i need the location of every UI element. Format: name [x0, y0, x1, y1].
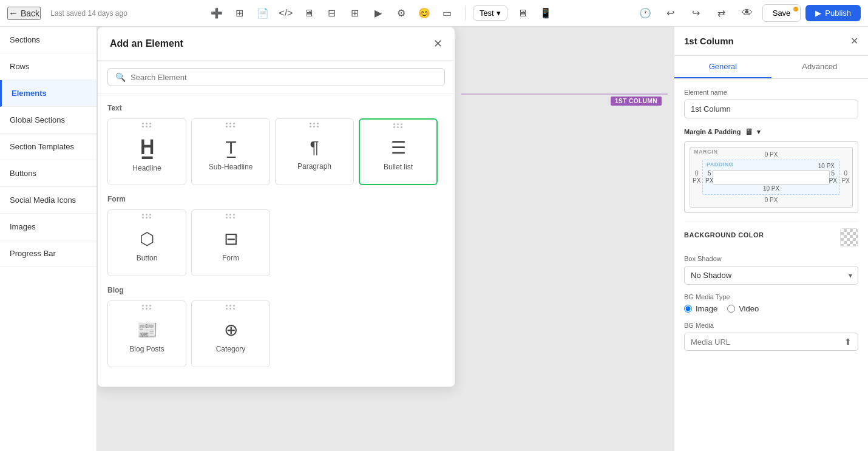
bg-color-label: BACKGROUND COLOR — [684, 231, 764, 239]
bullet-list-card[interactable]: ☰ Bullet list — [359, 118, 438, 185]
button-drag-dots — [142, 214, 152, 219]
radio-image[interactable]: Image — [684, 304, 717, 313]
category-icon: ⊕ — [224, 320, 238, 340]
text-elements-grid: H̲ Headline T̲ Sub-Headline — [107, 118, 445, 185]
panel-content: Text H̲ Headline — [98, 94, 455, 387]
redo-icon-btn[interactable]: ↪ — [686, 3, 707, 24]
sub-headline-label: Sub-Headline — [209, 163, 253, 171]
form-label: Form — [222, 254, 239, 262]
layers-icon-btn[interactable]: ⊞ — [229, 3, 250, 24]
topbar-right: 🕐 ↩ ↪ ⇄ 👁 Save ▶ Publish — [635, 3, 861, 24]
panel-search: 🔍 — [98, 61, 455, 94]
right-panel-header: 1st Column ✕ — [674, 27, 868, 56]
bg-media-label: BG Media — [684, 322, 858, 329]
mobile-view-button[interactable]: 📱 — [535, 3, 556, 24]
bg-color-swatch[interactable] — [840, 228, 858, 246]
box-shadow-label: Box Shadow — [684, 255, 858, 262]
save-button[interactable]: Save — [762, 4, 801, 22]
publish-button[interactable]: ▶ Publish — [805, 5, 861, 21]
category-card[interactable]: ⊕ Category — [191, 300, 270, 367]
right-panel-close-button[interactable]: ✕ — [850, 35, 858, 47]
topbar-tools-left: ➕ ⊞ 📄 </> 🖥 ⊟ ⊞ ▶ ⚙ 😊 ▭ — [206, 3, 458, 24]
headline-drag-dots — [142, 123, 152, 127]
radio-image-label: Image — [696, 304, 717, 313]
history-icon-btn[interactable]: 🕐 — [635, 3, 656, 24]
sidebar-label-global-sections: Global Sections — [10, 115, 65, 124]
sidebar-item-global-sections[interactable]: Global Sections — [0, 107, 97, 134]
bg-media-type-radio-group: Image Video — [684, 304, 858, 313]
integrations-icon-btn[interactable]: ⚙ — [391, 3, 412, 24]
media-url-upload-icon[interactable]: ⬆ — [844, 337, 852, 347]
padding-box: PADDING 10 PX 10 PX 5PX 5PX — [702, 160, 840, 195]
sidebar-item-progress-bar[interactable]: Progress Bar — [0, 240, 97, 267]
margin-left-value: 0PX — [693, 170, 700, 185]
element-name-input[interactable] — [684, 100, 858, 118]
search-wrapper: 🔍 — [107, 68, 445, 86]
right-panel-title: 1st Column — [684, 36, 734, 46]
back-label: Back — [21, 8, 39, 18]
panel-tabs: General Advanced — [674, 56, 868, 79]
blog-posts-card[interactable]: 📰 Blog Posts — [107, 300, 186, 367]
main-area: Sections Rows Elements Global Sections S… — [0, 27, 868, 451]
layout-icon-btn[interactable]: ▭ — [437, 3, 458, 24]
right-panel-content: Element name Margin & Padding 🖥 ▾ MARGIN… — [674, 79, 868, 451]
canvas-content: 1ST COLUMN — [455, 93, 674, 451]
column-label-text: 1ST COLUMN — [611, 97, 662, 106]
media-url-input[interactable] — [691, 337, 841, 347]
margin-padding-section: Margin & Padding 🖥 ▾ MARGIN 0 PX 0 PX 0P… — [684, 127, 858, 213]
topbar-left: ← Back Last saved 14 days ago — [7, 7, 127, 20]
media-url-wrapper: ⬆ — [684, 333, 858, 351]
button-card[interactable]: ⬡ Button — [107, 209, 186, 276]
search-input[interactable] — [131, 73, 437, 82]
undo-icon-btn[interactable]: ↩ — [660, 3, 681, 24]
paragraph-drag-dots — [310, 123, 319, 127]
test-dropdown[interactable]: Test ▾ — [473, 5, 507, 21]
sidebar-label-progress-bar: Progress Bar — [10, 249, 56, 258]
sidebar-item-section-templates[interactable]: Section Templates — [0, 134, 97, 160]
tab-advanced[interactable]: Advanced — [771, 56, 869, 78]
back-arrow-icon: ← — [8, 8, 18, 19]
blog-posts-icon: 📰 — [137, 320, 158, 340]
form-card[interactable]: ⊟ Form — [191, 209, 270, 276]
emoji-icon-btn[interactable]: 😊 — [414, 3, 435, 24]
sidebar-item-images[interactable]: Images — [0, 214, 97, 240]
headline-card[interactable]: H̲ Headline — [107, 118, 186, 185]
pages-icon-btn[interactable]: 📄 — [253, 3, 273, 24]
radio-video[interactable]: Video — [727, 304, 759, 313]
code-icon-btn[interactable]: </> — [276, 3, 296, 24]
radio-video-input[interactable] — [727, 305, 735, 313]
media-icon-btn[interactable]: ▶ — [368, 3, 388, 24]
box-shadow-select[interactable]: No Shadow — [684, 266, 858, 285]
desktop-view-button[interactable]: 🖥 — [512, 3, 533, 24]
sidebar-label-sections: Sections — [10, 35, 40, 44]
sidebar-item-social-media[interactable]: Social Media Icons — [0, 187, 97, 214]
tab-general[interactable]: General — [674, 56, 771, 78]
sidebar-item-sections[interactable]: Sections — [0, 27, 97, 53]
mp-chevron-icon: ▾ — [757, 128, 761, 136]
settings-icon-btn[interactable]: ⇄ — [711, 3, 732, 24]
paragraph-card[interactable]: ¶ Paragraph — [275, 118, 354, 185]
last-saved-text: Last saved 14 days ago — [50, 9, 127, 18]
sidebar-item-elements[interactable]: Elements — [0, 80, 97, 107]
test-chevron-icon: ▾ — [497, 8, 501, 18]
add-icon-btn[interactable]: ➕ — [206, 3, 227, 24]
bg-media-type-label: BG Media Type — [684, 293, 858, 300]
sidebar-item-buttons[interactable]: Buttons — [0, 160, 97, 187]
form-icon-btn[interactable]: ⊟ — [322, 3, 342, 24]
bullet-list-icon: ☰ — [391, 138, 406, 158]
desktop-icon-btn[interactable]: 🖥 — [299, 3, 319, 24]
button-label: Button — [137, 254, 158, 262]
topbar-center: ➕ ⊞ 📄 </> 🖥 ⊟ ⊞ ▶ ⚙ 😊 ▭ Test ▾ 🖥 📱 — [132, 3, 630, 24]
sidebar-label-social-media: Social Media Icons — [10, 195, 76, 205]
radio-image-input[interactable] — [684, 305, 692, 313]
back-button[interactable]: ← Back — [7, 7, 41, 20]
grid-icon-btn[interactable]: ⊞ — [345, 3, 365, 24]
blog-posts-label: Blog Posts — [129, 345, 164, 353]
preview-button[interactable]: 👁 — [737, 3, 758, 24]
box-shadow-wrapper: No Shadow ▾ — [684, 266, 858, 285]
text-section-label: Text — [107, 104, 445, 112]
form-section-label: Form — [107, 195, 445, 203]
sub-headline-card[interactable]: T̲ Sub-Headline — [191, 118, 270, 185]
sidebar-item-rows[interactable]: Rows — [0, 53, 97, 80]
panel-close-button[interactable]: ✕ — [433, 37, 442, 50]
